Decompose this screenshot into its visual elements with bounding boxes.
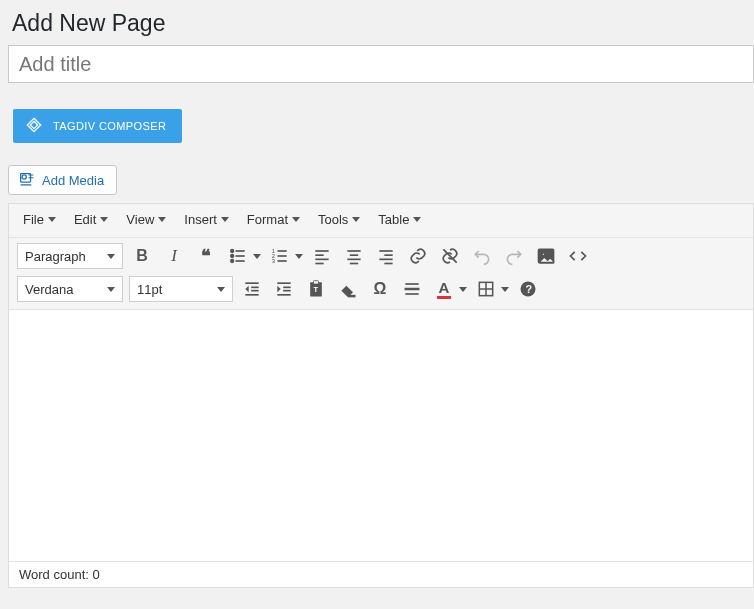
add-media-button[interactable]: Add Media [8,165,117,195]
align-center-button[interactable] [341,243,367,269]
font-family-select[interactable]: Verdana [17,276,123,302]
caret-icon [107,287,115,292]
bullet-list-button[interactable] [225,243,261,269]
svg-point-4 [231,260,234,263]
svg-point-28 [542,253,545,256]
word-count-value: 0 [92,567,99,582]
caret-icon [221,217,229,222]
caret-icon [352,217,360,222]
svg-rect-38 [314,281,319,284]
numbered-list-button[interactable]: 123 [267,243,303,269]
title-field-wrap [8,45,754,83]
menu-edit[interactable]: Edit [68,208,114,231]
italic-button[interactable]: I [161,243,187,269]
outdent-button[interactable] [239,276,265,302]
bold-button[interactable]: B [129,243,155,269]
editor-toolbar-row-2: Verdana 11pt T Ω A ? [9,274,753,309]
clear-formatting-button[interactable] [335,276,361,302]
svg-text:3: 3 [272,258,275,264]
media-icon [18,170,36,190]
undo-button[interactable] [469,243,495,269]
code-button[interactable] [565,243,591,269]
page-heading: Add New Page [0,0,754,43]
svg-point-2 [231,250,234,253]
menu-file[interactable]: File [17,208,62,231]
caret-icon [295,254,303,259]
add-media-label: Add Media [42,173,104,188]
link-button[interactable] [405,243,431,269]
tagdiv-composer-button[interactable]: TAGDIV COMPOSER [13,109,182,143]
blockquote-button[interactable]: ❝ [193,243,219,269]
menu-insert[interactable]: Insert [178,208,235,231]
special-character-button[interactable]: Ω [367,276,393,302]
editor-status-bar: Word count: 0 [9,561,753,587]
svg-text:T: T [314,285,319,294]
composer-row: TAGDIV COMPOSER [0,83,754,143]
svg-point-3 [231,255,234,258]
caret-icon [459,287,467,292]
svg-rect-40 [348,295,356,298]
svg-point-1 [22,175,26,179]
caret-icon [253,254,261,259]
menu-format[interactable]: Format [241,208,306,231]
align-right-button[interactable] [373,243,399,269]
menu-view[interactable]: View [120,208,172,231]
caret-icon [158,217,166,222]
menu-tools[interactable]: Tools [312,208,366,231]
menu-table[interactable]: Table [372,208,427,231]
image-button[interactable] [533,243,559,269]
indent-button[interactable] [271,276,297,302]
text-color-button[interactable]: A [431,276,467,302]
table-button[interactable] [473,276,509,302]
editor-toolbar-row-1: Paragraph B I ❝ 123 [9,238,753,274]
caret-icon [501,287,509,292]
unlink-button[interactable] [437,243,463,269]
paste-button[interactable]: T [303,276,329,302]
word-count-label: Word count: [19,567,89,582]
caret-icon [48,217,56,222]
editor-content-area[interactable] [9,309,753,561]
caret-icon [413,217,421,222]
editor-menubar: File Edit View Insert Format Tools Table [9,204,753,238]
caret-icon [100,217,108,222]
add-media-row: Add Media [0,143,754,201]
horizontal-rule-button[interactable] [399,276,425,302]
help-button[interactable]: ? [515,276,541,302]
caret-icon [217,287,225,292]
format-select[interactable]: Paragraph [17,243,123,269]
svg-text:?: ? [526,283,533,295]
caret-icon [292,217,300,222]
diamond-icon [25,116,43,136]
align-left-button[interactable] [309,243,335,269]
font-size-select[interactable]: 11pt [129,276,233,302]
title-input[interactable] [8,45,754,83]
composer-label: TAGDIV COMPOSER [53,120,166,132]
editor-container: File Edit View Insert Format Tools Table… [8,203,754,588]
caret-icon [107,254,115,259]
redo-button[interactable] [501,243,527,269]
